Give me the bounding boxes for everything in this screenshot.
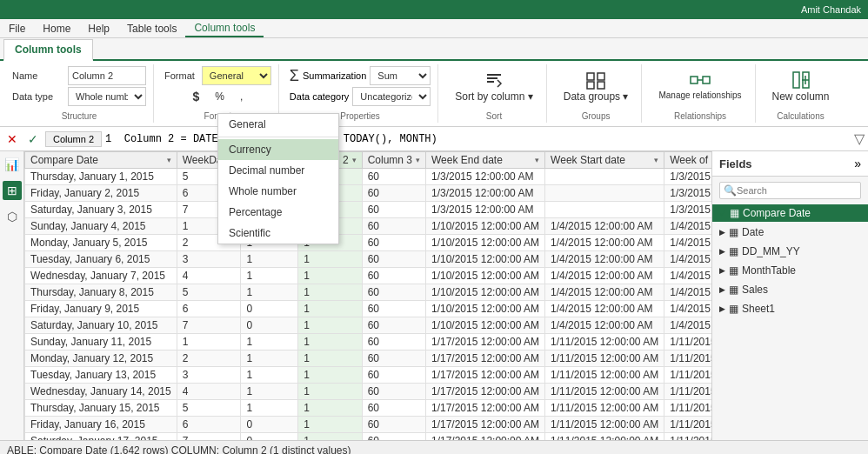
menu-home[interactable]: Home: [34, 19, 79, 37]
table-cell: 1/17/2015 12:00:00 AM: [425, 384, 544, 400]
percent-button[interactable]: %: [209, 88, 230, 105]
table-cell: 1: [298, 317, 362, 334]
col-header-week-of[interactable]: Week of ▾: [664, 152, 711, 169]
table-cell: 60: [362, 317, 425, 334]
table-icon-compare-date: ▦: [730, 207, 739, 219]
tab-column-tools[interactable]: Column tools: [3, 39, 93, 61]
field-group-monthtable-label: MonthTable: [742, 264, 796, 277]
filter-week-end-date[interactable]: ▾: [535, 156, 539, 164]
new-column-button[interactable]: New column: [766, 66, 836, 106]
check-compare-date: ✓: [719, 209, 726, 218]
table-cell: [545, 202, 664, 218]
fields-expand-icon[interactable]: »: [854, 157, 861, 170]
table-cell: Monday, January 5, 2015: [25, 235, 177, 251]
col-header-compare-date[interactable]: Compare Date ▾: [25, 152, 177, 169]
table-cell: 3: [177, 251, 241, 268]
sidebar-table-icon[interactable]: ⊞: [3, 181, 22, 200]
svg-rect-6: [598, 82, 604, 89]
table-cell: 0: [241, 301, 298, 317]
ribbon-tabs: Column tools: [0, 38, 868, 61]
field-group-sales-header[interactable]: ▶ ▦ Sales: [712, 281, 868, 298]
currency-button[interactable]: $: [187, 87, 206, 106]
table-row: Wednesday, January 14, 2015411601/17/201…: [25, 384, 712, 400]
sort-group-label: Sort: [486, 108, 502, 121]
col-header-week-end-date[interactable]: Week End date ▾: [425, 152, 544, 169]
table-row: Thursday, January 8, 2015511601/10/2015 …: [25, 284, 712, 301]
summarization-row: Σ Summarization Sum: [290, 66, 431, 85]
format-row2: $ % ,: [187, 87, 250, 106]
table-cell: 1/17/2015 12:00:00 AM: [425, 334, 544, 351]
col-header-column3[interactable]: Column 3 ▾: [362, 152, 425, 169]
dropdown-scientific[interactable]: Scientific: [218, 223, 338, 244]
filter-column3[interactable]: ▾: [416, 156, 420, 164]
field-group-sheet1-header[interactable]: ▶ ▦ Sheet1: [712, 300, 868, 317]
status-bar: ABLE: Compare Date (1,642 rows) COLUMN: …: [0, 440, 868, 454]
col-header-week-start-date[interactable]: Week Start date ▾: [545, 152, 664, 169]
field-group-ddmmyy-header[interactable]: ▶ ▦ DD_MM_YY: [712, 243, 868, 260]
name-input[interactable]: [68, 66, 146, 85]
table-cell: 60: [362, 417, 425, 433]
filter-column2[interactable]: ▾: [352, 156, 357, 164]
table-row: Sunday, January 11, 2015111601/17/2015 1…: [25, 334, 712, 351]
menu-column-tools[interactable]: Column tools: [185, 19, 264, 37]
table-cell: 1/11/2015 12:00:00 AM: [664, 334, 711, 351]
field-group-sales: ▶ ▦ Sales: [712, 281, 868, 298]
filter-compare-date[interactable]: ▾: [167, 156, 171, 164]
table-cell: 3: [177, 367, 241, 384]
menu-table-tools[interactable]: Table tools: [118, 19, 185, 37]
table-icon-sheet1: ▦: [729, 303, 738, 315]
left-sidebar: 📊 ⊞ ⬡: [0, 151, 24, 440]
field-group-monthtable: ▶ ▦ MonthTable: [712, 262, 868, 279]
sidebar-model-icon[interactable]: ⬡: [3, 207, 22, 226]
sort-by-column-button[interactable]: Sort by column ▾: [449, 66, 538, 106]
table-cell: 1/10/2015 12:00:00 AM: [425, 251, 544, 268]
menu-bar: File Home Help Table tools Column tools: [0, 19, 868, 38]
svg-rect-3: [587, 73, 594, 80]
table-cell: 1/4/2015 12:00:00 AM: [664, 317, 711, 334]
name-label: Name: [12, 70, 64, 81]
table-cell: 1: [298, 334, 362, 351]
structure-name-row: Name: [12, 66, 146, 85]
table-header-row: Compare Date ▾ WeekDay ▾ Working ▾ Colum…: [25, 152, 712, 169]
sort-icon: [484, 70, 504, 90]
table-cell: 1: [241, 334, 298, 351]
table-cell: 1: [298, 301, 362, 317]
table-cell: 1/3/2015 12:00:00 AM: [664, 185, 711, 202]
dropdown-currency[interactable]: Currency: [218, 139, 338, 160]
manage-relationships-button[interactable]: Manage relationships: [652, 66, 747, 103]
groups-icon: [585, 70, 606, 90]
fields-search-input[interactable]: [737, 185, 857, 196]
table-cell: 1: [298, 400, 362, 417]
field-group-date: ▶ ▦ Date: [712, 224, 868, 241]
summarization-select[interactable]: Sum: [370, 66, 431, 85]
field-group-monthtable-header[interactable]: ▶ ▦ MonthTable: [712, 262, 868, 279]
datatype-select[interactable]: Whole number: [68, 87, 146, 106]
datacategory-select[interactable]: Uncategorized: [352, 87, 431, 106]
table-cell: 1: [241, 400, 298, 417]
formula-confirm[interactable]: ✓: [24, 132, 42, 146]
table-cell: Tuesday, January 13, 2015: [25, 367, 177, 384]
field-group-sales-label: Sales: [742, 284, 768, 296]
formula-cancel[interactable]: ✕: [3, 132, 21, 146]
dropdown-percentage[interactable]: Percentage: [218, 202, 338, 223]
comma-button[interactable]: ,: [234, 88, 249, 105]
menu-file[interactable]: File: [0, 19, 34, 37]
dropdown-whole[interactable]: Whole number: [218, 181, 338, 202]
format-select[interactable]: General Currency Decimal number Whole nu…: [202, 66, 271, 85]
field-group-date-header[interactable]: ▶ ▦ Date: [712, 224, 868, 241]
dropdown-general[interactable]: General: [218, 114, 338, 135]
summarization-label: Summarization: [303, 70, 366, 81]
data-groups-button[interactable]: Data groups ▾: [558, 66, 635, 106]
table-cell: 1/11/2015 12:00:00 AM: [545, 433, 664, 441]
table-cell: 60: [362, 185, 425, 202]
search-icon: 🔍: [724, 184, 737, 197]
table-cell: 1/3/2015 12:00:00 AM: [425, 202, 544, 218]
dropdown-decimal[interactable]: Decimal number: [218, 160, 338, 181]
data-table-container[interactable]: Compare Date ▾ WeekDay ▾ Working ▾ Colum…: [24, 151, 711, 440]
sidebar-report-icon[interactable]: 📊: [3, 155, 22, 174]
table-cell: 1: [298, 268, 362, 284]
menu-help[interactable]: Help: [79, 19, 118, 37]
filter-week-start-date[interactable]: ▾: [654, 156, 658, 164]
formula-filter-icon[interactable]: ▽: [854, 130, 865, 147]
field-group-compare-date-header[interactable]: ✓ ▦ Compare Date: [712, 204, 868, 222]
